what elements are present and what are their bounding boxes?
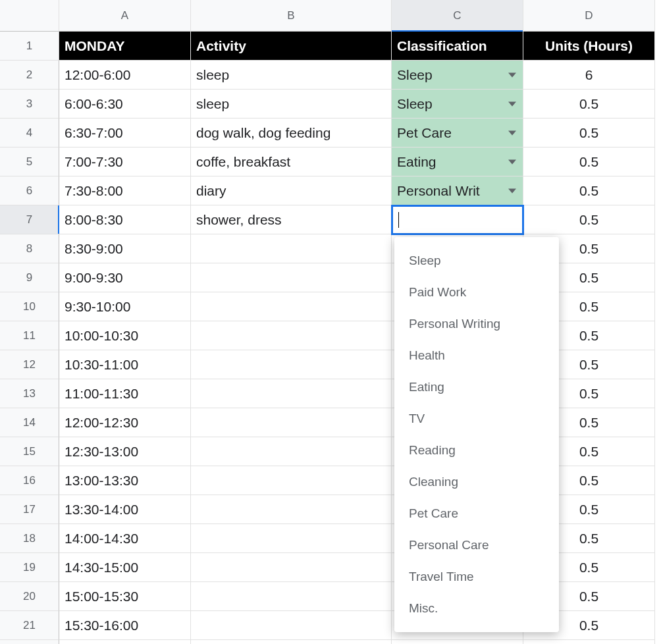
header-cell[interactable]: Units (Hours)	[523, 32, 655, 61]
dropdown-option[interactable]: Eating	[394, 371, 559, 403]
dropdown-option[interactable]: Paid Work	[394, 277, 559, 308]
cell[interactable]: 0.5	[523, 176, 655, 205]
cell[interactable]	[191, 524, 392, 553]
cell[interactable]: 14:30-15:00	[59, 553, 191, 582]
row-header[interactable]: 11	[0, 321, 59, 350]
cell[interactable]: sleep	[191, 61, 392, 90]
spreadsheet-grid[interactable]: ABCD1MONDAYActivityClassificationUnits (…	[0, 0, 661, 644]
cell[interactable]: 0.5	[523, 119, 655, 148]
row-header[interactable]: 7	[0, 205, 59, 234]
cell[interactable]: 6	[523, 61, 655, 90]
cell[interactable]: 8:00-8:30	[59, 205, 191, 234]
cell[interactable]: 10:00-10:30	[59, 321, 191, 350]
cell[interactable]	[191, 495, 392, 524]
cell[interactable]	[191, 292, 392, 321]
cell[interactable]	[191, 553, 392, 582]
row-header[interactable]: 13	[0, 379, 59, 408]
cell[interactable]: 11:00-11:30	[59, 379, 191, 408]
row-header[interactable]: 8	[0, 234, 59, 263]
cell[interactable]: Personal Writ	[392, 176, 523, 205]
column-header-C[interactable]: C	[392, 0, 523, 32]
row-header[interactable]: 21	[0, 611, 59, 640]
cell[interactable]: 10:30-11:00	[59, 350, 191, 379]
cell[interactable]: 16:00-16:30	[59, 640, 191, 644]
cell[interactable]: 6:30-7:00	[59, 119, 191, 148]
cell[interactable]: 0.5	[523, 148, 655, 176]
dropdown-option[interactable]: Reading	[394, 435, 559, 466]
header-cell[interactable]: Classification	[392, 32, 523, 61]
cell[interactable]: Pet Care	[392, 119, 523, 148]
cell[interactable]: shower, dress	[191, 205, 392, 234]
cell[interactable]: 13:30-14:00	[59, 495, 191, 524]
column-header-B[interactable]: B	[191, 0, 392, 32]
cell[interactable]: 13:00-13:30	[59, 466, 191, 495]
cell[interactable]	[392, 640, 523, 644]
dropdown-option[interactable]: Sleep	[394, 245, 559, 277]
column-header-A[interactable]: A	[59, 0, 191, 32]
cell[interactable]	[191, 321, 392, 350]
cell[interactable]: 14:00-14:30	[59, 524, 191, 553]
cell[interactable]: 8:30-9:00	[59, 234, 191, 263]
cell[interactable]: coffe, breakfast	[191, 148, 392, 176]
cell[interactable]: 12:00-6:00	[59, 61, 191, 90]
cell[interactable]: 0.5	[523, 205, 655, 234]
row-header[interactable]: 16	[0, 466, 59, 495]
row-header[interactable]: 14	[0, 408, 59, 437]
dropdown-option[interactable]: Health	[394, 340, 559, 371]
row-header[interactable]: 12	[0, 350, 59, 379]
cell[interactable]: 6:00-6:30	[59, 90, 191, 119]
cell[interactable]	[191, 640, 392, 644]
row-header[interactable]: 19	[0, 553, 59, 582]
cell[interactable]: 0.5	[523, 640, 655, 644]
cell[interactable]	[191, 437, 392, 466]
row-header[interactable]: 6	[0, 176, 59, 205]
row-header[interactable]: 18	[0, 524, 59, 553]
chevron-down-icon[interactable]	[508, 130, 516, 135]
cell[interactable]	[392, 205, 523, 234]
cell[interactable]	[191, 466, 392, 495]
row-header[interactable]: 15	[0, 437, 59, 466]
dropdown-option[interactable]: TV	[394, 403, 559, 435]
cell[interactable]: Sleep	[392, 61, 523, 90]
validation-dropdown[interactable]: SleepPaid WorkPersonal WritingHealthEati…	[394, 237, 559, 632]
cell[interactable]: 9:00-9:30	[59, 263, 191, 292]
chevron-down-icon[interactable]	[508, 159, 516, 164]
row-header[interactable]: 2	[0, 61, 59, 90]
cell[interactable]: 0.5	[523, 90, 655, 119]
cell[interactable]	[191, 582, 392, 611]
cell[interactable]: 12:30-13:00	[59, 437, 191, 466]
header-cell[interactable]: Activity	[191, 32, 392, 61]
dropdown-option[interactable]: Misc.	[394, 593, 559, 624]
row-header[interactable]: 5	[0, 148, 59, 176]
chevron-down-icon[interactable]	[508, 72, 516, 77]
select-all-corner[interactable]	[0, 0, 59, 32]
header-cell[interactable]: MONDAY	[59, 32, 191, 61]
row-header[interactable]: 22	[0, 640, 59, 644]
cell[interactable]: sleep	[191, 90, 392, 119]
cell[interactable]: 9:30-10:00	[59, 292, 191, 321]
dropdown-option[interactable]: Pet Care	[394, 498, 559, 529]
dropdown-option[interactable]: Travel Time	[394, 561, 559, 593]
row-header[interactable]: 20	[0, 582, 59, 611]
row-header[interactable]: 9	[0, 263, 59, 292]
dropdown-option[interactable]: Cleaning	[394, 466, 559, 498]
cell[interactable]: Sleep	[392, 90, 523, 119]
cell[interactable]: 7:30-8:00	[59, 176, 191, 205]
cell[interactable]	[191, 234, 392, 263]
cell[interactable]	[191, 263, 392, 292]
cell[interactable]: diary	[191, 176, 392, 205]
row-header[interactable]: 17	[0, 495, 59, 524]
cell[interactable]	[191, 379, 392, 408]
column-header-D[interactable]: D	[523, 0, 655, 32]
cell[interactable]: dog walk, dog feeding	[191, 119, 392, 148]
cell[interactable]: 7:00-7:30	[59, 148, 191, 176]
cell[interactable]: 15:30-16:00	[59, 611, 191, 640]
cell[interactable]: Eating	[392, 148, 523, 176]
cell[interactable]	[191, 611, 392, 640]
cell[interactable]: 15:00-15:30	[59, 582, 191, 611]
row-header[interactable]: 4	[0, 119, 59, 148]
row-header[interactable]: 1	[0, 32, 59, 61]
cell[interactable]: 12:00-12:30	[59, 408, 191, 437]
chevron-down-icon[interactable]	[508, 101, 516, 106]
dropdown-option[interactable]: Personal Writing	[394, 308, 559, 340]
